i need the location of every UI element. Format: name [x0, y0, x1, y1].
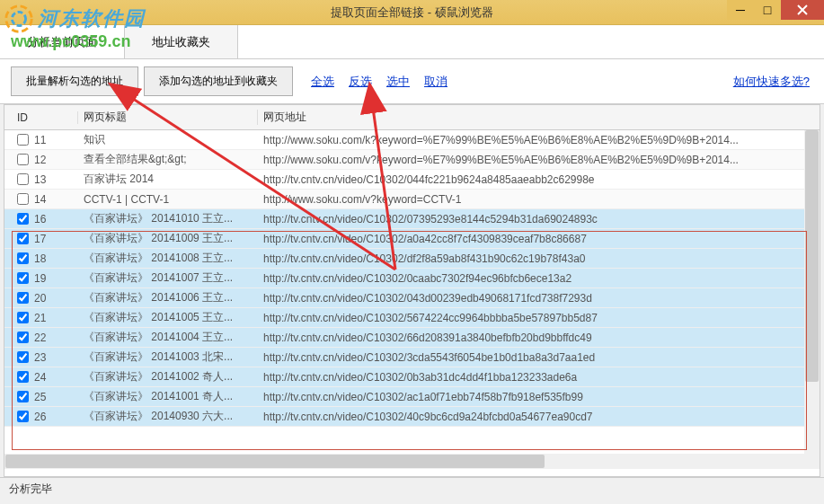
row-checkbox[interactable] [17, 371, 29, 383]
invert-link[interactable]: 反选 [349, 74, 372, 90]
row-checkbox[interactable] [17, 154, 29, 165]
statusbar: 分析完毕 [0, 477, 824, 499]
row-id: 22 [34, 332, 46, 344]
cell-url: http://tv.cntv.cn/video/C10302/3cda5543f… [258, 351, 820, 364]
row-id: 11 [34, 134, 46, 146]
horizontal-scrollbar-thumb[interactable] [5, 455, 545, 468]
cell-title: 《百家讲坛》 20141002 奇人... [78, 369, 258, 385]
tab-favorites[interactable]: 地址收藏夹 [125, 25, 238, 58]
header-title[interactable]: 网页标题 [78, 110, 258, 125]
select-link[interactable]: 选中 [386, 74, 410, 90]
help-link[interactable]: 如何快速多选? [733, 74, 810, 90]
vertical-scrollbar[interactable] [804, 130, 820, 454]
row-checkbox[interactable] [17, 173, 29, 185]
row-id: 17 [34, 233, 46, 245]
cell-title: 《百家讲坛》 20141004 王立... [78, 330, 258, 345]
cell-title: 《百家讲坛》 20141005 王立... [78, 310, 258, 325]
row-checkbox[interactable] [17, 134, 29, 146]
row-id: 24 [34, 371, 46, 384]
batch-parse-button[interactable]: 批量解析勾选的地址 [11, 66, 138, 96]
grid-body: 11知识http://www.soku.com/k?keyword=%E7%99… [4, 130, 820, 454]
row-id: 21 [34, 312, 46, 324]
row-checkbox[interactable] [17, 252, 29, 264]
cell-id: 23 [4, 351, 78, 364]
cell-id: 17 [4, 233, 78, 245]
cell-id: 11 [4, 134, 78, 146]
cell-url: http://tv.cntv.cn/video/C10302/a0a42cc8f… [258, 233, 820, 245]
header-url[interactable]: 网页地址 [258, 110, 820, 125]
table-row[interactable]: 18《百家讲坛》 20141008 王立...http://tv.cntv.cn… [4, 249, 820, 269]
table-row[interactable]: 13百家讲坛 2014http://tv.cntv.cn/video/C1030… [4, 170, 820, 190]
row-checkbox[interactable] [17, 193, 29, 205]
row-id: 16 [34, 213, 46, 225]
cell-title: 《百家讲坛》 20141010 王立... [78, 211, 258, 226]
row-checkbox[interactable] [17, 213, 29, 225]
grid-header: ID 网页标题 网页地址 [4, 105, 820, 130]
cell-title: 《百家讲坛》 20141009 王立... [78, 231, 258, 246]
cell-title: 《百家讲坛》 20141007 王立... [78, 270, 258, 286]
header-id[interactable]: ID [4, 111, 78, 124]
row-checkbox[interactable] [17, 411, 29, 422]
cell-id: 12 [4, 154, 78, 166]
cell-id: 13 [4, 173, 78, 186]
row-checkbox[interactable] [17, 292, 29, 304]
cell-url: http://tv.cntv.cn/video/C10302/0caabc730… [258, 272, 820, 285]
row-checkbox[interactable] [17, 312, 29, 323]
cell-id: 26 [4, 411, 78, 423]
cell-id: 24 [4, 371, 78, 384]
cell-url: http://tv.cntv.cn/video/C10302/043d00239… [258, 292, 820, 305]
cancel-link[interactable]: 取消 [424, 74, 447, 90]
vertical-scrollbar-thumb[interactable] [805, 130, 819, 382]
row-id: 20 [34, 292, 46, 305]
window-title: 提取页面全部链接 - 硕鼠浏览器 [331, 4, 493, 21]
select-all-link[interactable]: 全选 [311, 74, 334, 90]
table-row[interactable]: 14CCTV-1 | CCTV-1http://www.soku.com/v?k… [4, 190, 820, 209]
table-row[interactable]: 11知识http://www.soku.com/k?keyword=%E7%99… [4, 130, 820, 150]
row-checkbox[interactable] [17, 332, 29, 343]
row-checkbox[interactable] [17, 391, 29, 402]
row-id: 25 [34, 391, 46, 403]
table-row[interactable]: 20《百家讲坛》 20141006 王立...http://tv.cntv.cn… [4, 288, 820, 308]
maximize-button[interactable]: □ [754, 0, 781, 20]
cell-title: 《百家讲坛》 20141006 王立... [78, 290, 258, 305]
table-row[interactable]: 24《百家讲坛》 20141002 奇人...http://tv.cntv.cn… [4, 367, 820, 387]
table-row[interactable]: 19《百家讲坛》 20141007 王立...http://tv.cntv.cn… [4, 269, 820, 288]
cell-title: 《百家讲坛》 20141003 北宋... [78, 349, 258, 365]
cell-url: http://tv.cntv.cn/video/C10302/66d208391… [258, 332, 820, 344]
tab-analyze-current[interactable]: 分析当前页面 [0, 25, 125, 58]
table-row[interactable]: 17《百家讲坛》 20141009 王立...http://tv.cntv.cn… [4, 229, 820, 249]
minimize-button[interactable]: ─ [727, 0, 754, 20]
table-row[interactable]: 22《百家讲坛》 20141004 王立...http://tv.cntv.cn… [4, 328, 820, 348]
cell-url: http://tv.cntv.cn/video/C10302/044fc221b… [258, 173, 820, 186]
cell-id: 16 [4, 213, 78, 225]
cell-title: 百家讲坛 2014 [78, 172, 258, 187]
cell-title: 《百家讲坛》 20141001 奇人... [78, 389, 258, 404]
table-row[interactable]: 26《百家讲坛》 20140930 六大...http://tv.cntv.cn… [4, 407, 820, 427]
titlebar: 提取页面全部链接 - 硕鼠浏览器 ─ □ [0, 0, 824, 25]
cell-url: http://tv.cntv.cn/video/C10302/07395293e… [258, 213, 820, 225]
cell-id: 25 [4, 391, 78, 403]
row-id: 18 [34, 252, 46, 265]
table-row[interactable]: 12查看全部结果&gt;&gt;http://www.soku.com/v?ke… [4, 150, 820, 170]
table-row[interactable]: 21《百家讲坛》 20141005 王立...http://tv.cntv.cn… [4, 308, 820, 328]
toolbar: 批量解析勾选的地址 添加勾选的地址到收藏夹 全选 反选 选中 取消 如何快速多选… [0, 59, 824, 104]
row-checkbox[interactable] [17, 272, 29, 284]
row-checkbox[interactable] [17, 351, 29, 363]
table-row[interactable]: 25《百家讲坛》 20141001 奇人...http://tv.cntv.cn… [4, 387, 820, 407]
close-button[interactable] [781, 0, 824, 20]
window-controls: ─ □ [727, 0, 824, 20]
table-row[interactable]: 16《百家讲坛》 20141010 王立...http://tv.cntv.cn… [4, 209, 820, 229]
horizontal-scrollbar[interactable] [4, 454, 820, 469]
grid-container: ID 网页标题 网页地址 11知识http://www.soku.com/k?k… [4, 104, 820, 477]
row-id: 26 [34, 411, 46, 423]
cell-url: http://www.soku.com/k?keyword=%E7%99%BE%… [258, 134, 820, 146]
link-group: 全选 反选 选中 取消 [311, 74, 447, 90]
row-id: 12 [34, 154, 46, 166]
cell-id: 20 [4, 292, 78, 305]
cell-title: 知识 [78, 132, 258, 147]
row-checkbox[interactable] [17, 233, 29, 244]
add-favorite-button[interactable]: 添加勾选的地址到收藏夹 [144, 66, 293, 96]
row-id: 14 [34, 193, 46, 206]
cell-url: http://tv.cntv.cn/video/C10302/df2f8a59a… [258, 252, 820, 265]
table-row[interactable]: 23《百家讲坛》 20141003 北宋...http://tv.cntv.cn… [4, 348, 820, 367]
